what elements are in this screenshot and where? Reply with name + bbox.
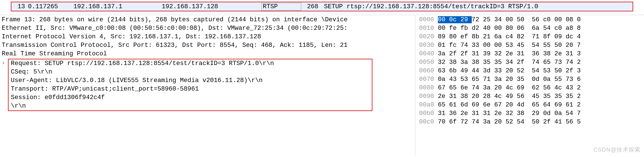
- hex-bytes: 2e 31 38 20 28 4c 49 56 45 35 35 35 2: [438, 92, 581, 101]
- hex-bytes: 70 6f 72 74 3a 20 52 54 50 2f 41 56 5: [438, 118, 581, 126]
- hex-bytes: 0a 43 53 65 71 3a 20 35 0d 0a 55 73 6: [438, 75, 581, 84]
- rtsp-transport[interactable]: Transport: RTP/AVP;unicast;client_port=5…: [11, 85, 370, 93]
- hex-offset: 0030: [419, 41, 438, 50]
- packet-row-selected[interactable]: 13 0.117265 192.168.137.1 192.168.137.12…: [11, 2, 633, 11]
- col-info: SETUP rtsp://192.168.137.128:8554/test/t…: [321, 3, 630, 10]
- hex-bytes: 89 80 ef 8b 21 6a c4 82 71 8f 09 dc 4: [438, 33, 581, 41]
- hex-row[interactable]: 005032 38 3a 38 35 35 34 2f 74 65 73 74 …: [419, 58, 642, 67]
- hex-row[interactable]: 00b031 36 2e 31 31 2e 32 38 29 0d 0a 54 …: [419, 109, 642, 118]
- hex-offset: 0050: [419, 58, 438, 67]
- details-frame[interactable]: Frame 13: 268 bytes on wire (2144 bits),…: [2, 16, 413, 24]
- watermark: CSDN@技术探索: [593, 145, 641, 154]
- col-number: 13: [14, 3, 28, 10]
- hex-selected-bytes: 00 0c 29: [438, 16, 472, 23]
- hex-row[interactable]: 000000 0c 29 72 25 34 00 50 56 c0 00 08 …: [419, 16, 642, 24]
- hex-bytes: 65 61 6d 69 6e 67 20 4d 65 64 69 61 2: [438, 101, 581, 109]
- details-ethernet[interactable]: Ethernet II, Src: VMware_c0:00:08 (00:50…: [2, 24, 413, 33]
- rtsp-request[interactable]: Request: SETUP rtsp://192.168.137.128:85…: [11, 59, 370, 68]
- rtsp-cseq[interactable]: CSeq: 5\r\n: [11, 68, 370, 76]
- packet-details-pane[interactable]: Frame 13: 268 bytes on wire (2144 bits),…: [0, 15, 416, 156]
- hex-row[interactable]: 00c070 6f 72 74 3a 20 52 54 50 2f 41 56 …: [419, 118, 642, 126]
- hex-offset: 00b0: [419, 109, 438, 118]
- hex-offset: 0060: [419, 67, 438, 75]
- rtsp-session[interactable]: Session: e0fdd1306f942c4f: [11, 93, 370, 102]
- hex-offset: 0000: [419, 16, 438, 24]
- hex-bytes: 63 6b 49 44 3d 33 20 52 54 53 50 2f 3: [438, 67, 581, 75]
- details-rtsp[interactable]: Real Time Streaming Protocol: [2, 50, 413, 58]
- col-length: 268: [301, 3, 321, 10]
- hex-row[interactable]: 008067 65 6e 74 3a 20 4c 69 62 56 4c 43 …: [419, 84, 642, 92]
- hex-offset: 0090: [419, 92, 438, 101]
- hex-row[interactable]: 006063 6b 49 44 3d 33 20 52 54 53 50 2f …: [419, 67, 642, 75]
- hex-bytes: 01 fc 74 33 00 00 53 45 54 55 50 20 7: [438, 41, 581, 50]
- hex-offset: 00a0: [419, 101, 438, 109]
- col-destination: 192.168.137.128: [162, 3, 261, 10]
- rtsp-crlf[interactable]: \r\n: [11, 102, 370, 110]
- col-source: 192.168.137.1: [73, 3, 162, 10]
- hex-offset: 00c0: [419, 118, 438, 126]
- hex-row[interactable]: 001000 fe fb d2 40 00 80 06 6a 54 c0 a8 …: [419, 24, 642, 33]
- details-tcp[interactable]: Transmission Control Protocol, Src Port:…: [2, 41, 413, 50]
- hex-row[interactable]: 00902e 31 38 20 28 4c 49 56 45 35 35 35 …: [419, 92, 642, 101]
- rtsp-detail-box: Request: SETUP rtsp://192.168.137.128:85…: [8, 59, 372, 111]
- col-protocol: RTSP: [261, 3, 301, 11]
- hex-offset: 0020: [419, 33, 438, 41]
- expand-icon[interactable]: [2, 59, 6, 68]
- hex-row[interactable]: 00a065 61 6d 69 6e 67 20 4d 65 64 69 61 …: [419, 101, 642, 109]
- details-ip[interactable]: Internet Protocol Version 4, Src: 192.16…: [2, 33, 413, 41]
- main-split: Frame 13: 268 bytes on wire (2144 bits),…: [0, 15, 644, 156]
- hex-row[interactable]: 003001 fc 74 33 00 00 53 45 54 55 50 20 …: [419, 41, 642, 50]
- hex-bytes: 32 38 3a 38 35 35 34 2f 74 65 73 74 2: [438, 58, 581, 67]
- hex-bytes: 00 fe fb d2 40 00 80 06 6a 54 c0 a8 8: [438, 24, 581, 33]
- hex-row[interactable]: 00403a 2f 2f 31 39 32 2e 31 36 38 2e 31 …: [419, 50, 642, 58]
- packet-bytes-pane[interactable]: 000000 0c 29 72 25 34 00 50 56 c0 00 08 …: [416, 15, 644, 156]
- hex-bytes: 00 0c 29 72 25 34 00 50 56 c0 00 08 0: [438, 16, 581, 24]
- hex-offset: 0080: [419, 84, 438, 92]
- col-time: 0.117265: [28, 3, 73, 10]
- hex-offset: 0010: [419, 24, 438, 33]
- hex-row[interactable]: 002089 80 ef 8b 21 6a c4 82 71 8f 09 dc …: [419, 33, 642, 41]
- hex-bytes: 67 65 6e 74 3a 20 4c 69 62 56 4c 43 2: [438, 84, 581, 92]
- packet-list: 13 0.117265 192.168.137.1 192.168.137.12…: [0, 2, 644, 15]
- hex-offset: 0070: [419, 75, 438, 84]
- hex-bytes: 3a 2f 2f 31 39 32 2e 31 36 38 2e 31 3: [438, 50, 581, 58]
- hex-row[interactable]: 00700a 43 53 65 71 3a 20 35 0d 0a 55 73 …: [419, 75, 642, 84]
- hex-bytes: 31 36 2e 31 31 2e 32 38 29 0d 0a 54 7: [438, 109, 581, 118]
- rtsp-user-agent[interactable]: User-Agent: LibVLC/3.0.18 (LIVE555 Strea…: [11, 76, 370, 85]
- hex-offset: 0040: [419, 50, 438, 58]
